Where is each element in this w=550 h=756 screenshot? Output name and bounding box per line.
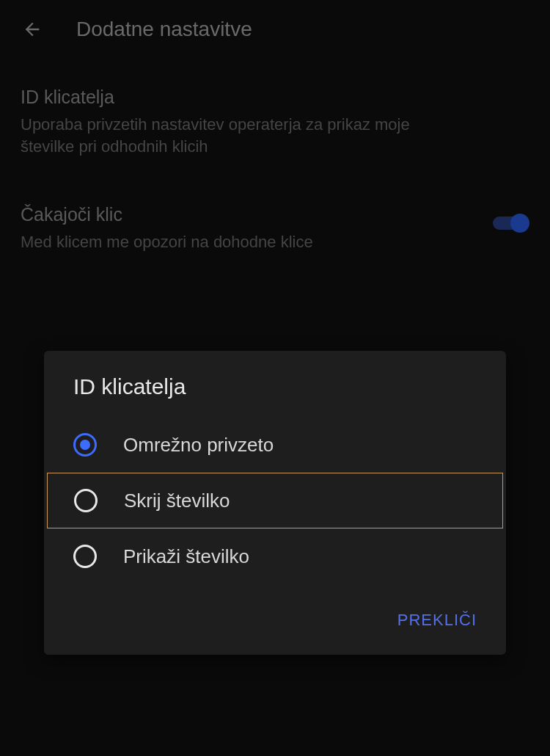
radio-option-hide-number[interactable]: Skrij številko (47, 473, 503, 528)
call-waiting-title: Čakajoči klic (21, 204, 529, 225)
arrow-left-icon (22, 19, 43, 40)
back-button[interactable] (21, 18, 44, 41)
radio-label: Prikaži številko (123, 545, 249, 568)
settings-list: ID klicatelja Uporaba privzetih nastavit… (0, 59, 550, 253)
caller-id-description: Uporaba privzetih nastavitev operaterja … (21, 114, 446, 157)
radio-unselected-icon (73, 545, 97, 568)
call-waiting-toggle[interactable] (493, 213, 529, 233)
radio-selected-icon (73, 433, 97, 457)
caller-id-setting[interactable]: ID klicatelja Uporaba privzetih nastavit… (21, 87, 529, 157)
dialog-actions: PREKLIČI (44, 584, 506, 641)
call-waiting-description: Med klicem me opozori na dohodne klice (21, 231, 446, 253)
caller-id-dialog: ID klicatelja Omrežno privzeto Skrij šte… (44, 351, 506, 655)
caller-id-title: ID klicatelja (21, 87, 529, 108)
radio-option-show-number[interactable]: Prikaži številko (44, 528, 506, 584)
cancel-button[interactable]: PREKLIČI (389, 605, 485, 636)
radio-option-network-default[interactable]: Omrežno privzeto (44, 417, 506, 473)
radio-label: Omrežno privzeto (123, 434, 274, 457)
radio-unselected-icon (74, 489, 98, 512)
app-header: Dodatne nastavitve (0, 0, 550, 59)
call-waiting-setting[interactable]: Čakajoči klic Med klicem me opozori na d… (21, 204, 529, 253)
dialog-title: ID klicatelja (44, 374, 506, 417)
page-title: Dodatne nastavitve (76, 18, 252, 41)
toggle-thumb (510, 214, 529, 233)
radio-label: Skrij številko (124, 490, 230, 512)
